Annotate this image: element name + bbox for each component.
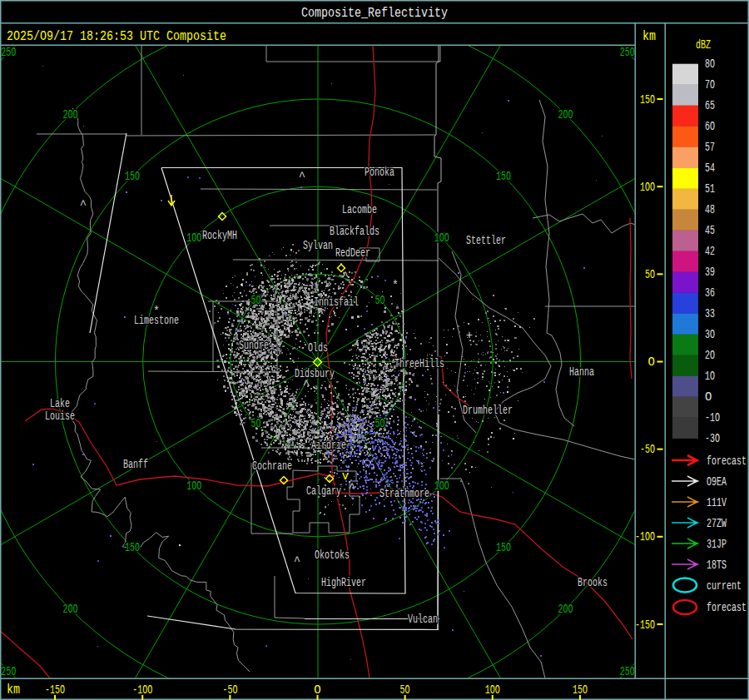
svg-text:25O: 25O xyxy=(1,665,16,678)
svg-text:1OO: 1OO xyxy=(186,479,201,493)
svg-text:27ZW: 27ZW xyxy=(707,517,727,530)
svg-text:Ponoka: Ponoka xyxy=(365,166,394,179)
svg-text:2O25/O9/17 18:26:53 UTC Compos: 2O25/O9/17 18:26:53 UTC Composite xyxy=(7,29,226,44)
svg-text:Lake: Lake xyxy=(50,397,70,410)
svg-text:54: 54 xyxy=(705,161,715,175)
svg-text:Strathmore: Strathmore xyxy=(379,487,429,500)
svg-text:15O: 15O xyxy=(573,683,588,697)
svg-text:Composite_Reflectivity: Composite_Reflectivity xyxy=(301,6,448,21)
svg-text:48: 48 xyxy=(705,203,715,216)
svg-text:-3O: -3O xyxy=(705,432,720,445)
svg-text:45: 45 xyxy=(705,224,715,237)
svg-text:-5O: -5O xyxy=(222,683,237,697)
svg-text:Vulcan: Vulcan xyxy=(408,613,438,626)
svg-text:Louise: Louise xyxy=(45,410,75,423)
svg-text:Innisfail: Innisfail xyxy=(314,295,359,309)
svg-text:^: ^ xyxy=(328,406,335,420)
svg-text:51: 51 xyxy=(705,182,715,196)
svg-text:3O: 3O xyxy=(705,328,715,341)
svg-text:57: 57 xyxy=(705,141,715,154)
svg-text:Sylvan: Sylvan xyxy=(303,239,333,252)
svg-text:111V: 111V xyxy=(707,496,727,509)
svg-text:31JP: 31JP xyxy=(707,538,727,551)
svg-text:15O: 15O xyxy=(125,541,140,554)
svg-text:Airdrie: Airdrie xyxy=(311,439,346,452)
svg-text:42: 42 xyxy=(705,245,715,258)
svg-text:15O: 15O xyxy=(496,541,511,554)
svg-text:2OO: 2OO xyxy=(63,108,78,122)
svg-text:Drumheller: Drumheller xyxy=(463,404,513,417)
svg-text:current: current xyxy=(707,579,742,593)
svg-text:5O: 5O xyxy=(374,294,384,307)
svg-text:km: km xyxy=(642,29,656,44)
svg-text:km: km xyxy=(7,683,20,698)
svg-text:O9EA: O9EA xyxy=(707,475,727,489)
svg-text:O: O xyxy=(314,683,320,697)
svg-text:7O: 7O xyxy=(705,78,715,92)
svg-text:-1OO: -1OO xyxy=(635,530,655,544)
svg-text:ThreeHills: ThreeHills xyxy=(394,357,444,370)
svg-text:5O: 5O xyxy=(251,417,261,430)
svg-text:1OO: 1OO xyxy=(434,231,449,245)
svg-text:O: O xyxy=(705,390,712,404)
svg-text:Okotoks: Okotoks xyxy=(315,549,350,562)
svg-text:-15O: -15O xyxy=(45,683,65,697)
svg-text:^: ^ xyxy=(342,270,349,283)
svg-text:5O: 5O xyxy=(400,683,410,697)
svg-text:Stettler: Stettler xyxy=(466,234,506,247)
svg-text:15O: 15O xyxy=(125,170,140,183)
svg-text:18TS: 18TS xyxy=(707,559,727,572)
svg-text:5O: 5O xyxy=(374,417,384,430)
svg-text:2OO: 2OO xyxy=(558,108,573,122)
svg-text:forecast: forecast xyxy=(707,454,747,468)
svg-text:2OO: 2OO xyxy=(63,603,78,616)
svg-text:dBZ: dBZ xyxy=(696,38,711,52)
svg-text:^: ^ xyxy=(303,378,310,391)
svg-text:Hanna: Hanna xyxy=(569,365,594,379)
svg-text:-5O: -5O xyxy=(640,443,655,456)
svg-text:-1O: -1O xyxy=(705,411,720,424)
svg-text:1OO: 1OO xyxy=(485,683,500,697)
svg-text:Lacombe: Lacombe xyxy=(342,203,377,216)
svg-text:39: 39 xyxy=(705,266,715,279)
svg-text:25O: 25O xyxy=(620,665,635,678)
svg-text:-15O: -15O xyxy=(635,618,655,632)
svg-text:+: + xyxy=(466,329,473,342)
svg-text:^: ^ xyxy=(294,554,300,568)
svg-text:*: * xyxy=(153,305,160,318)
svg-text:^: ^ xyxy=(374,429,380,443)
svg-text:1OO: 1OO xyxy=(434,479,449,493)
svg-text:RockyMH: RockyMH xyxy=(202,229,237,242)
svg-text:15O: 15O xyxy=(640,93,655,107)
svg-text:33: 33 xyxy=(705,307,715,320)
svg-text:^: ^ xyxy=(349,481,355,494)
svg-text:1O: 1O xyxy=(705,370,715,383)
svg-text:15O: 15O xyxy=(496,170,511,183)
svg-text:forecast: forecast xyxy=(707,601,747,614)
svg-text:25O: 25O xyxy=(1,46,16,59)
svg-text:1OO: 1OO xyxy=(640,181,655,194)
svg-text:36: 36 xyxy=(705,286,715,300)
svg-text:HighRiver: HighRiver xyxy=(321,576,366,589)
svg-text:2OO: 2OO xyxy=(558,603,573,616)
svg-text:65: 65 xyxy=(705,99,715,112)
svg-text:RedDeer: RedDeer xyxy=(335,246,370,260)
svg-text:Didsbury: Didsbury xyxy=(295,367,335,380)
svg-text:2O: 2O xyxy=(705,349,715,362)
svg-text:-1OO: -1OO xyxy=(132,683,152,697)
svg-text:Cochrane: Cochrane xyxy=(252,459,292,473)
svg-text:Calgary: Calgary xyxy=(306,484,341,498)
svg-text:25O: 25O xyxy=(620,46,635,59)
svg-text:Banff: Banff xyxy=(123,458,148,471)
svg-text:8O: 8O xyxy=(705,57,715,71)
svg-text:Blackfalds: Blackfalds xyxy=(330,225,379,238)
svg-text:O: O xyxy=(648,355,655,369)
svg-text:^: ^ xyxy=(80,198,87,211)
svg-text:^: ^ xyxy=(299,170,305,183)
svg-text:1OO: 1OO xyxy=(186,231,201,245)
svg-text:Brooks: Brooks xyxy=(578,576,608,589)
svg-text:6O: 6O xyxy=(705,120,715,133)
svg-text:Sundre: Sundre xyxy=(239,339,269,352)
svg-text:5O: 5O xyxy=(645,268,655,281)
svg-text:5O: 5O xyxy=(251,294,261,307)
